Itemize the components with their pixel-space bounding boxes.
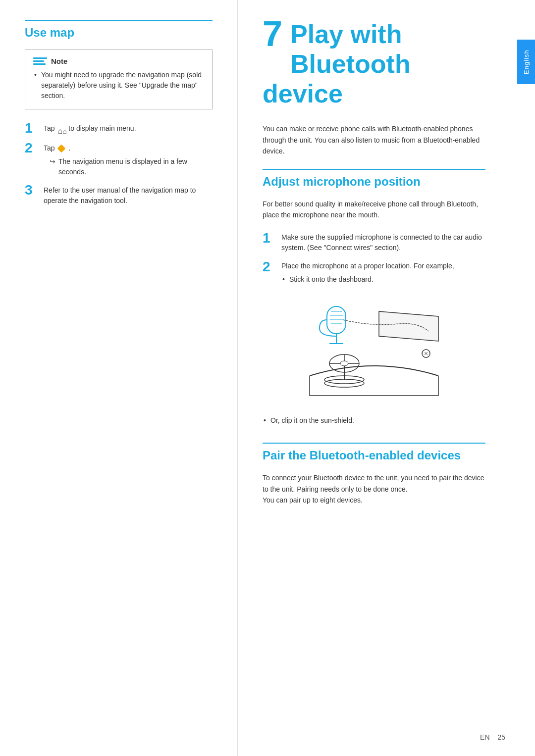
mic-step-2: 2 Place the microphone at a proper locat… bbox=[263, 261, 485, 287]
left-column: Use map Note You might need to upgrade t… bbox=[0, 0, 238, 756]
step-1: 1 Tap ⌂ to display main menu. bbox=[25, 123, 213, 135]
extra-bullet-row: Or, clip it on the sun-shield. bbox=[263, 415, 485, 428]
svg-point-0 bbox=[324, 379, 364, 387]
mic-bullet-1: Stick it onto the dashboard. bbox=[281, 274, 485, 285]
use-map-heading: Use map bbox=[25, 20, 213, 40]
note-box: Note You might need to upgrade the navig… bbox=[25, 50, 213, 109]
step-1-content: Tap ⌂ to display main menu. bbox=[44, 123, 213, 134]
mic-step-1-content: Make sure the supplied microphone is con… bbox=[281, 232, 485, 253]
svg-rect-8 bbox=[327, 306, 346, 334]
mic-step-2-bullets: Stick it onto the dashboard. bbox=[281, 274, 485, 285]
pair-bt-intro: To connect your Bluetooth device to the … bbox=[263, 472, 485, 505]
chapter-header: 7 Play withBluetoothdevice bbox=[263, 20, 485, 108]
step-1-number: 1 bbox=[25, 121, 44, 135]
note-content: You might need to upgrade the navigation… bbox=[33, 70, 204, 101]
step-3-number: 3 bbox=[25, 183, 44, 197]
note-text: You might need to upgrade the navigation… bbox=[33, 70, 204, 101]
step-3-content: Refer to the user manual of the navigati… bbox=[44, 185, 213, 206]
note-label: Note bbox=[51, 57, 67, 65]
step-2: 2 Tap . ↪ The navigation menu is display… bbox=[25, 143, 213, 177]
step-3: 3 Refer to the user manual of the naviga… bbox=[25, 185, 213, 206]
adjust-mic-intro: For better sound quality in make/receive… bbox=[263, 199, 485, 221]
pair-bt-heading: Pair the Bluetooth-enabled devices bbox=[263, 443, 485, 462]
step-2-sub: ↪ The navigation menu is displayed in a … bbox=[44, 156, 213, 177]
mic-step-2-content: Place the microphone at a proper locatio… bbox=[281, 261, 485, 287]
extra-bullet-content: Or, clip it on the sun-shield. bbox=[263, 415, 485, 428]
chapter-number: 7 bbox=[263, 20, 282, 51]
note-icon bbox=[33, 56, 47, 66]
language-tab: English bbox=[517, 40, 535, 84]
step-2-content: Tap . ↪ The navigation menu is displayed… bbox=[44, 143, 213, 177]
step-2-number: 2 bbox=[25, 141, 44, 155]
nav-icon bbox=[57, 145, 66, 153]
right-column: 7 Play withBluetoothdevice You can make … bbox=[238, 0, 515, 756]
chapter-title: Play withBluetoothdevice bbox=[263, 20, 485, 108]
page-language: EN bbox=[480, 733, 489, 741]
page-number: 25 bbox=[497, 733, 505, 741]
adjust-mic-heading: Adjust microphone position bbox=[263, 169, 485, 189]
page-number-area: EN 25 bbox=[480, 733, 505, 741]
chapter-intro: You can make or receive phone calls with… bbox=[263, 123, 485, 156]
mic-step-1: 1 Make sure the supplied microphone is c… bbox=[263, 232, 485, 253]
mic-step-1-number: 1 bbox=[263, 231, 281, 245]
arrow-icon: ↪ bbox=[50, 156, 55, 167]
extra-bullet: Or, clip it on the sun-shield. bbox=[263, 415, 485, 426]
note-header: Note bbox=[33, 56, 204, 66]
home-icon: ⌂ bbox=[57, 125, 65, 132]
svg-point-4 bbox=[340, 361, 348, 366]
mic-step-2-number: 2 bbox=[263, 260, 281, 274]
extra-bullet-list: Or, clip it on the sun-shield. bbox=[263, 415, 485, 426]
mic-illustration bbox=[300, 297, 448, 405]
